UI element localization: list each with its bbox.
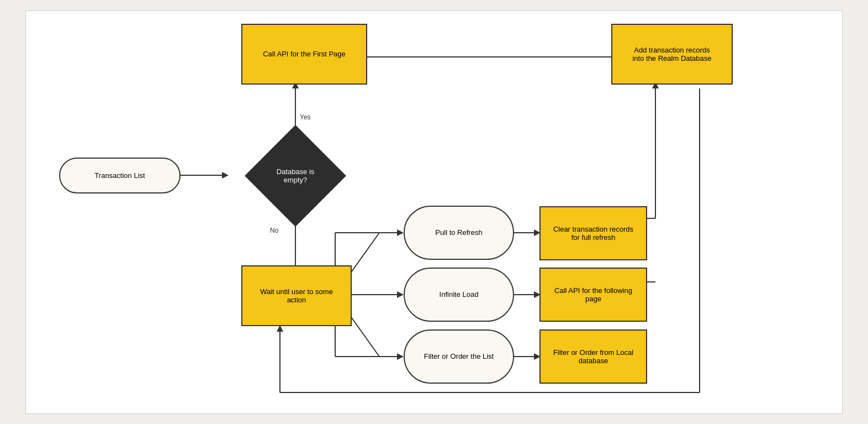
- svg-marker-17: [397, 229, 404, 236]
- filter-local-label: Filter or Order from Local database: [553, 348, 633, 365]
- diagram-container: Transaction List Database is empty? Yes …: [25, 11, 843, 414]
- infinite-load-label: Infinite Load: [440, 290, 479, 299]
- clear-records-node: Clear transaction records for full refre…: [539, 206, 647, 260]
- call-first-page-label: Call API for the First Page: [263, 50, 346, 58]
- pull-refresh-node: Pull to Refresh: [404, 206, 514, 260]
- svg-marker-19: [397, 353, 404, 360]
- call-following-node: Call API for the following page: [539, 268, 647, 322]
- filter-local-node: Filter or Order from Local database: [539, 329, 647, 384]
- wait-action-node: Wait until user to some action: [241, 265, 352, 326]
- yes-label: Yes: [300, 113, 311, 121]
- call-following-label: Call API for the following page: [554, 286, 632, 303]
- filter-order-label: Filter or Order the List: [424, 352, 494, 360]
- wait-action-label: Wait until user to some action: [260, 287, 333, 304]
- clear-records-label: Clear transaction records for full refre…: [553, 225, 633, 242]
- filter-order-node: Filter or Order the List: [404, 329, 514, 384]
- no-label: No: [270, 227, 278, 234]
- add-to-realm-node: Add transaction records into the Realm D…: [611, 24, 733, 85]
- diamond-shape: [245, 125, 346, 227]
- pull-refresh-label: Pull to Refresh: [435, 228, 482, 237]
- transaction-list-node: Transaction List: [59, 158, 181, 193]
- transaction-list-label: Transaction List: [94, 171, 145, 180]
- diamond-container: Database is empty?: [224, 137, 367, 214]
- call-first-page-node: Call API for the First Page: [241, 24, 367, 85]
- svg-marker-14: [397, 291, 404, 298]
- add-to-realm-label: Add transaction records into the Realm D…: [632, 46, 711, 62]
- infinite-load-node: Infinite Load: [404, 268, 514, 322]
